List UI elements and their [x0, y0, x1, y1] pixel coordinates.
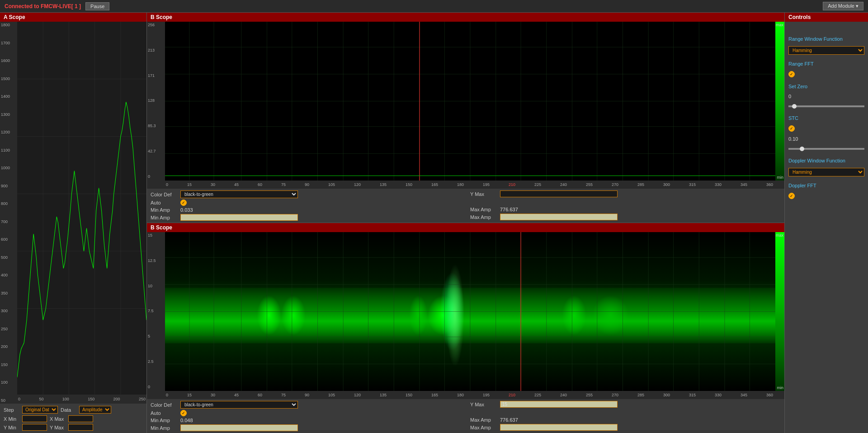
footer-row-y: Y Min Y Max: [4, 424, 143, 431]
set-zero-value: 0: [788, 94, 864, 99]
ymax-input[interactable]: [68, 424, 93, 431]
range-fft-checkbox[interactable]: [788, 71, 795, 77]
ymax-row: Y Max: [470, 190, 781, 197]
b-bottom-max-amp-input-row: Max Amp: [470, 424, 781, 431]
topbar: Connected to FMCW-LIVE[ 1 ] Pause Add Mo…: [0, 0, 868, 13]
b-scope-top-right-controls: Y Max Max Amp 776.637 Max Amp: [470, 190, 781, 221]
set-zero-slider[interactable]: [788, 105, 864, 107]
a-scope-chart: 1800 1700 1600 1500 1400 1300 1200 1100 …: [0, 22, 146, 404]
xmax-input[interactable]: [68, 415, 93, 422]
max-amp-label: Max Amp: [470, 207, 497, 212]
footer-row-step: Step Original Dat Data Amplitude: [4, 406, 143, 414]
doppler-window-select[interactable]: Hamming Hanning Blackman Rectangle: [788, 168, 864, 176]
ymin-input[interactable]: [22, 424, 47, 431]
step-select[interactable]: Original Dat: [22, 406, 58, 414]
ymax-label: Y Max: [50, 425, 66, 430]
b-bottom-min-amp-input-label: Min Amp: [151, 425, 178, 431]
range-window-select[interactable]: Hamming Hanning Blackman Rectangle: [788, 46, 864, 55]
b-bottom-max-amp-input-label: Max Amp: [470, 425, 497, 430]
stc-label: STC: [788, 115, 864, 121]
b-bottom-ymax-input[interactable]: [500, 401, 618, 408]
min-amp-label: Min Amp: [151, 207, 178, 213]
b-scope-bottom-controls: Color Def black-to-green Auto Min Amp 0.…: [147, 399, 784, 433]
topbar-left: Connected to FMCW-LIVE[ 1 ] Pause: [5, 2, 109, 10]
a-scope-plot: [17, 22, 146, 395]
b-scope-top-chart-area: 256 213 171 128 85.3 42.7 0: [147, 22, 784, 181]
b-scope-bottom-right-controls: Y Max Max Amp 776.637 Max Amp: [470, 401, 781, 431]
b-bottom-color-def-select[interactable]: black-to-green: [180, 401, 298, 409]
stc-thumb: [800, 147, 804, 151]
pause-button[interactable]: Pause: [85, 2, 109, 10]
min-amp-value: 0.033: [180, 207, 193, 213]
b-scope-top-colorbar: max min: [775, 22, 784, 181]
doppler-fft-row: [788, 193, 864, 199]
auto-checkbox[interactable]: [180, 200, 187, 206]
data-label: Data: [61, 407, 76, 413]
range-fft-row: [788, 71, 864, 77]
colorbar-top-min: min: [777, 175, 783, 180]
color-def-select[interactable]: black-to-green: [180, 190, 298, 198]
spectrogram-spot-6: [446, 264, 464, 367]
a-scope-panel: A Scope 1800 1700 1600 1500 1400 1300 12…: [0, 13, 147, 433]
b-bottom-ymax-row: Y Max: [470, 401, 781, 408]
min-amp-input-label: Min Amp: [151, 215, 178, 220]
doppler-fft-label: Doppler FFT: [788, 183, 864, 188]
max-amp-input[interactable]: [500, 214, 618, 220]
b-bottom-auto-row: Auto: [151, 410, 461, 416]
data-select[interactable]: Amplitude: [79, 406, 111, 414]
range-window-label: Range Window Function: [788, 36, 864, 42]
stc-checkbox[interactable]: [788, 125, 795, 132]
b-scope-bottom-colorbar: max min: [775, 232, 784, 391]
min-amp-input[interactable]: [180, 214, 298, 221]
spectrogram-spot-8: [592, 295, 629, 335]
spectrogram-spot-1: [257, 295, 281, 335]
b-bottom-max-amp-label: Max Amp: [470, 417, 497, 423]
b-scope-spectrogram-bg: [165, 232, 775, 391]
stc-value: 0.10: [788, 136, 864, 142]
spectrogram-spot-2: [281, 295, 306, 335]
b-bottom-auto-checkbox[interactable]: [180, 410, 187, 416]
b-scope-top-yaxis: 256 213 171 128 85.3 42.7 0: [147, 22, 165, 181]
b-scope-bottom-yaxis: 15 12.5 10 7.5 5 2.5 0: [147, 232, 165, 391]
connection-status: Connected to FMCW-LIVE[ 1 ]: [5, 3, 81, 10]
min-amp-row: Min Amp 0.033: [151, 207, 461, 213]
b-scope-top-title: B Scope: [147, 13, 784, 22]
b-bottom-max-amp-value: 776.637: [500, 417, 518, 423]
a-scope-xaxis: 0 50 100 150 200 250: [17, 395, 146, 404]
spectrogram-spot-7: [562, 295, 586, 335]
b-scope-top: B Scope 256 213 171 128 85.3 42.7 0: [147, 13, 784, 223]
b-bottom-min-amp-row: Min Amp 0.048: [151, 418, 461, 423]
b-scope-bottom-chart-area: 15 12.5 10 7.5 5 2.5 0: [147, 232, 784, 391]
b-bottom-max-amp-input[interactable]: [500, 424, 618, 431]
a-scope-footer: Step Original Dat Data Amplitude X Min X…: [0, 404, 146, 433]
b-bottom-min-amp-label: Min Amp: [151, 418, 178, 423]
ymax-input[interactable]: [500, 190, 618, 197]
stc-slider[interactable]: [788, 148, 864, 150]
b-bottom-min-amp-input[interactable]: [180, 424, 298, 431]
doppler-fft-checkbox[interactable]: [788, 193, 795, 199]
footer-row-x: X Min X Max: [4, 415, 143, 422]
b-bottom-color-def-row: Color Def black-to-green: [151, 401, 461, 409]
b-scope-bottom-chart: [165, 232, 775, 391]
b-bottom-min-amp-value: 0.048: [180, 418, 193, 423]
step-label: Step: [4, 407, 19, 413]
xmin-label: X Min: [4, 416, 19, 422]
controls-title: Controls: [785, 13, 868, 22]
b-scope-bottom-title: B Scope: [147, 223, 784, 232]
xmax-label: X Max: [50, 416, 66, 422]
main-content: A Scope 1800 1700 1600 1500 1400 1300 12…: [0, 13, 868, 433]
set-zero-label: Set Zero: [788, 84, 864, 89]
b-bottom-max-amp-row: Max Amp 776.637: [470, 417, 781, 423]
xmin-input[interactable]: [22, 415, 47, 422]
max-amp-input-row: Max Amp: [470, 214, 781, 220]
a-scope-yaxis: 1800 1700 1600 1500 1400 1300 1200 1100 …: [0, 22, 17, 404]
b-scope-bottom-controls-grid: Color Def black-to-green Auto Min Amp 0.…: [151, 401, 781, 431]
add-module-button[interactable]: Add Module ▾: [823, 2, 863, 10]
b-scope-bottom-xaxis: 0 15 30 45 60 75 90 105 120 135 150 165 …: [147, 391, 784, 399]
color-def-label: Color Def: [151, 192, 178, 197]
max-amp-input-label: Max Amp: [470, 214, 497, 220]
b-scope-bottom-left-controls: Color Def black-to-green Auto Min Amp 0.…: [151, 401, 461, 431]
doppler-window-label: Doppler Window Function: [788, 158, 864, 163]
min-amp-input-row: Min Amp: [151, 214, 461, 221]
b-bottom-color-def-label: Color Def: [151, 402, 178, 408]
